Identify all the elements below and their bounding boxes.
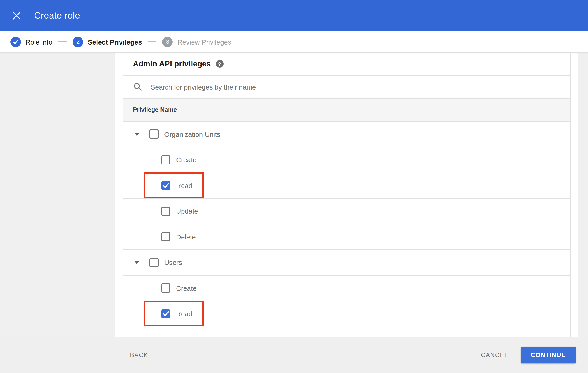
wizard-stepper: Role info 2 Select Privileges 3 Review P… <box>0 31 588 53</box>
step-role-info[interactable]: Role info <box>10 37 52 47</box>
table-header-row: Privilege Name <box>123 98 570 122</box>
privilege-label: Read <box>176 310 192 318</box>
stepper-connector <box>58 41 67 42</box>
right-gutter <box>578 53 588 337</box>
step-number-circle: 3 <box>162 37 173 47</box>
privilege-name-column-header: Privilege Name <box>133 106 177 113</box>
checkbox-users[interactable] <box>149 258 158 267</box>
row-users: Users <box>123 250 570 276</box>
search-row <box>123 76 570 98</box>
step-label: Review Privileges <box>178 38 231 46</box>
privilege-label: Delete <box>176 233 196 241</box>
checkbox-delete[interactable] <box>161 232 170 241</box>
check-icon <box>162 183 169 188</box>
row-users-create: Create <box>123 276 570 301</box>
row-organization-units: Organization Units <box>123 122 570 147</box>
row-org-units-delete: Delete <box>123 224 570 250</box>
step-review-privileges: 3 Review Privileges <box>162 37 231 47</box>
checkbox-create[interactable] <box>161 284 170 293</box>
main-area: Admin API privileges ? Privilege Name <box>0 53 588 337</box>
collapse-caret-icon[interactable] <box>134 133 139 136</box>
privilege-label: Create <box>176 284 197 292</box>
collapse-caret-icon[interactable] <box>134 261 139 264</box>
highlight-box <box>144 172 204 198</box>
step-label: Select Privileges <box>88 38 142 46</box>
privilege-group-label: Organization Units <box>164 130 220 138</box>
highlight-box <box>144 300 204 326</box>
close-button[interactable] <box>11 10 22 21</box>
row-org-units-read: Read <box>123 173 570 198</box>
row-users-read: Read <box>123 301 570 327</box>
back-button[interactable]: BACK <box>127 348 151 362</box>
privilege-label: Update <box>176 207 198 215</box>
help-icon[interactable]: ? <box>216 60 224 68</box>
content-sheet: Admin API privileges ? Privilege Name <box>115 53 578 337</box>
privilege-label: Read <box>176 182 192 189</box>
search-input[interactable] <box>150 83 424 91</box>
section-heading-row: Admin API privileges ? <box>123 53 570 76</box>
check-icon <box>162 311 169 316</box>
left-gutter <box>0 53 115 337</box>
stepper-connector <box>148 41 157 42</box>
row-partial <box>123 327 570 337</box>
step-number-circle: 2 <box>73 37 83 47</box>
close-icon <box>12 11 21 20</box>
row-org-units-update: Update <box>123 198 570 224</box>
section-title: Admin API privileges <box>133 60 211 69</box>
dialog-footer: BACK CANCEL CONTINUE <box>0 337 588 373</box>
privilege-label: Create <box>176 156 197 164</box>
dialog-title: Create role <box>34 10 80 21</box>
checkbox-read[interactable] <box>161 309 170 319</box>
cancel-button[interactable]: CANCEL <box>478 348 511 362</box>
step-completed-circle <box>10 37 21 47</box>
step-label: Role info <box>25 38 52 46</box>
dialog-header: Create role <box>0 0 588 31</box>
search-icon <box>133 82 142 91</box>
continue-button[interactable]: CONTINUE <box>521 347 576 363</box>
privileges-card: Admin API privileges ? Privilege Name <box>123 53 571 337</box>
step-select-privileges[interactable]: 2 Select Privileges <box>73 37 142 47</box>
checkbox-organization-units[interactable] <box>149 130 158 139</box>
create-role-dialog: Create role Role info 2 Select Privilege… <box>0 0 588 373</box>
checkbox-update[interactable] <box>161 207 170 216</box>
privilege-group-label: Users <box>164 259 182 267</box>
checkbox-read[interactable] <box>161 181 170 190</box>
check-icon <box>13 39 19 44</box>
row-org-units-create: Create <box>123 147 570 173</box>
checkbox-create[interactable] <box>161 155 170 165</box>
